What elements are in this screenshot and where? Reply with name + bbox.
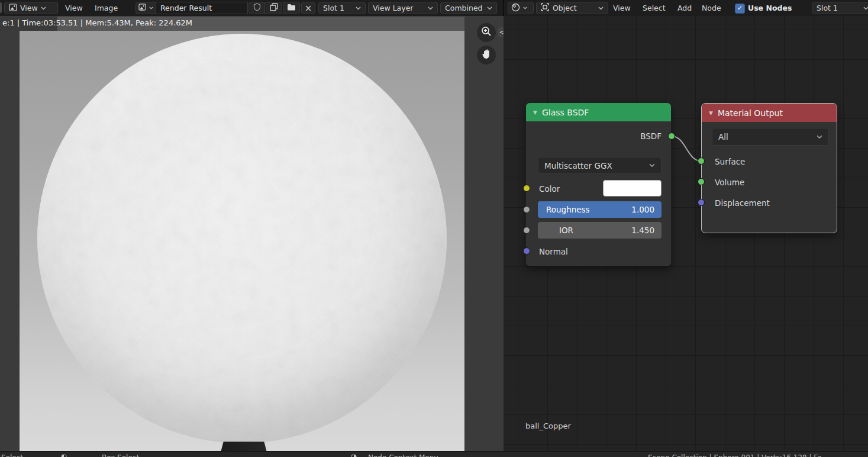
blender-window: View View Image Render Result: [0, 0, 868, 457]
menu-node[interactable]: Node: [698, 0, 725, 16]
unlink-image-button[interactable]: ×: [301, 2, 315, 14]
image-name-field[interactable]: Render Result: [156, 2, 248, 14]
render-info-text: e:1 | Time:03:53.51 | Mem:5.43M, Peak: 2…: [2, 18, 192, 27]
menu-image[interactable]: Image: [91, 0, 121, 16]
chevron-down-icon: [41, 7, 46, 10]
object-icon: [541, 3, 549, 13]
surface-label: Surface: [715, 157, 745, 166]
distribution-label: Multiscatter GGX: [544, 161, 612, 170]
render-pass-dropdown[interactable]: Combined: [440, 2, 497, 14]
zoom-button[interactable]: [477, 23, 496, 42]
volume-label: Volume: [715, 178, 744, 187]
duplicate-icon: [270, 3, 278, 13]
shader-type-label: Object: [553, 4, 577, 12]
render-slot-label: Slot 1: [323, 4, 344, 12]
image-mode-label: View: [20, 4, 38, 12]
mouse-left-icon: [61, 453, 67, 457]
roughness-label: Roughness: [546, 205, 590, 214]
chevron-down-icon: [428, 7, 433, 10]
image-icon: [9, 4, 17, 13]
render-result-image: [20, 31, 464, 451]
status-node-context: Node Context Menu: [368, 453, 438, 457]
shader-editor-type-dropdown[interactable]: [508, 2, 534, 14]
socket-color-input[interactable]: [523, 185, 530, 192]
render-slot-dropdown[interactable]: Slot 1: [318, 2, 366, 14]
output-target-dropdown[interactable]: All: [712, 128, 829, 146]
rendered-sphere: [37, 34, 447, 443]
zoom-in-icon: [481, 26, 492, 39]
hand-icon: [482, 49, 492, 62]
ior-slider[interactable]: IOR 1.450: [538, 222, 662, 239]
chevron-down-icon: [649, 163, 655, 168]
mouse-right-icon: [351, 453, 357, 457]
folder-icon: [287, 4, 296, 12]
displacement-label: Displacement: [715, 198, 770, 208]
open-image-button[interactable]: [283, 2, 300, 14]
material-name-label: ball_Copper: [525, 421, 571, 430]
distribution-dropdown[interactable]: Multiscatter GGX: [538, 157, 662, 174]
socket-bsdf-output[interactable]: [668, 133, 675, 140]
editor-headers: View View Image Render Result: [0, 0, 868, 16]
normal-label: Normal: [539, 247, 568, 256]
use-nodes-checkbox[interactable]: ✓: [735, 4, 745, 14]
node-glass-header[interactable]: ▼ Glass BSDF: [526, 103, 671, 121]
socket-normal-input[interactable]: [523, 247, 530, 255]
ior-label: IOR: [559, 226, 573, 235]
roughness-value: 1.000: [631, 205, 654, 214]
editor-divider: [503, 0, 504, 16]
menu-view-image-editor[interactable]: View: [62, 0, 86, 16]
node-glass-title: Glass BSDF: [542, 108, 589, 117]
status-bar: Select Box Select Node Context Menu Scen…: [0, 451, 868, 457]
status-box-select: Box Select: [102, 453, 139, 457]
roughness-slider[interactable]: Roughness 1.000: [538, 201, 662, 218]
color-swatch[interactable]: [603, 180, 662, 197]
collapse-triangle-icon[interactable]: ▼: [533, 110, 537, 115]
chevron-down-icon: [817, 135, 822, 139]
image-datablock-browse[interactable]: [135, 2, 156, 14]
pan-button[interactable]: [477, 46, 496, 65]
color-label: Color: [539, 184, 560, 194]
image-mode-dropdown[interactable]: View: [4, 2, 58, 14]
ior-value: 1.450: [631, 226, 654, 235]
socket-displacement-input[interactable]: [698, 199, 705, 206]
bsdf-output-label: BSDF: [640, 131, 662, 141]
shield-icon: [253, 3, 261, 13]
socket-volume-input[interactable]: [698, 178, 705, 185]
menu-select[interactable]: Select: [639, 0, 669, 16]
node-glass-bsdf[interactable]: ▼ Glass BSDF BSDF Multiscatter GGX Color…: [525, 102, 672, 266]
shader-editor-icon: [511, 3, 520, 14]
view-layer-label: View Layer: [373, 4, 414, 12]
render-pass-label: Combined: [445, 4, 483, 12]
use-nodes-label[interactable]: Use Nodes: [744, 0, 795, 16]
socket-roughness-input[interactable]: [523, 206, 530, 213]
chevron-down-icon: [598, 7, 604, 10]
collapse-triangle-icon[interactable]: ▼: [709, 110, 713, 116]
partial-widget: [0, 2, 2, 13]
sphere-pedestal: [221, 442, 267, 451]
fake-user-button[interactable]: [249, 2, 265, 14]
output-target-label: All: [718, 132, 728, 141]
view-layer-dropdown[interactable]: View Layer: [368, 2, 438, 14]
material-slot-dropdown[interactable]: Slot 1: [812, 2, 868, 14]
new-image-button[interactable]: [266, 2, 282, 14]
menu-add[interactable]: Add: [674, 0, 695, 16]
node-output-header[interactable]: ▼ Material Output: [702, 104, 837, 122]
chevron-down-icon: [487, 7, 492, 10]
chevron-down-icon: [149, 7, 153, 9]
chevron-down-icon: [523, 7, 527, 9]
socket-surface-input[interactable]: [698, 157, 705, 165]
node-output-title: Material Output: [718, 108, 783, 118]
menu-view-shader[interactable]: View: [609, 0, 634, 16]
image-icon: [138, 4, 146, 12]
image-name: Render Result: [160, 4, 212, 12]
chevron-down-icon: [863, 7, 868, 10]
status-scene-info: Scene Collection | Sphere.001 | Verts:16…: [648, 453, 868, 457]
shader-type-dropdown[interactable]: Object: [536, 2, 608, 14]
close-icon: ×: [305, 3, 312, 14]
shader-node-editor[interactable]: ▼ Glass BSDF BSDF Multiscatter GGX Color…: [504, 16, 868, 451]
node-material-output[interactable]: ▼ Material Output All Surface Volume Dis…: [701, 103, 837, 233]
material-slot-label: Slot 1: [817, 4, 838, 12]
shader-type-group: Object: [541, 3, 577, 13]
socket-ior-input[interactable]: [523, 227, 530, 234]
chevron-down-icon: [356, 7, 361, 10]
